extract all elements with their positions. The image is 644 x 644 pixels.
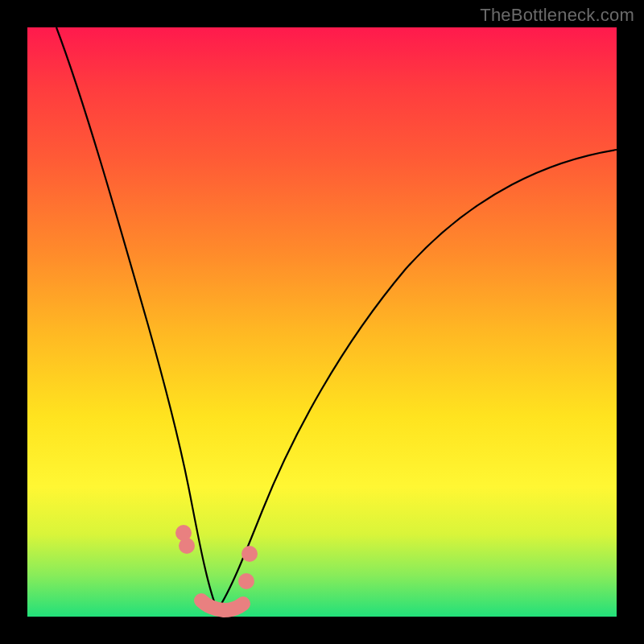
outer-frame: TheBottleneck.com (0, 0, 644, 644)
watermark-text: TheBottleneck.com (480, 5, 634, 26)
plot-area (27, 27, 617, 617)
curve-right-branch (217, 150, 617, 610)
marker-dot (242, 546, 258, 562)
curve-layer (27, 27, 617, 617)
marker-dot (179, 538, 195, 554)
marker-dot (238, 573, 254, 589)
curve-left-branch (56, 27, 217, 610)
